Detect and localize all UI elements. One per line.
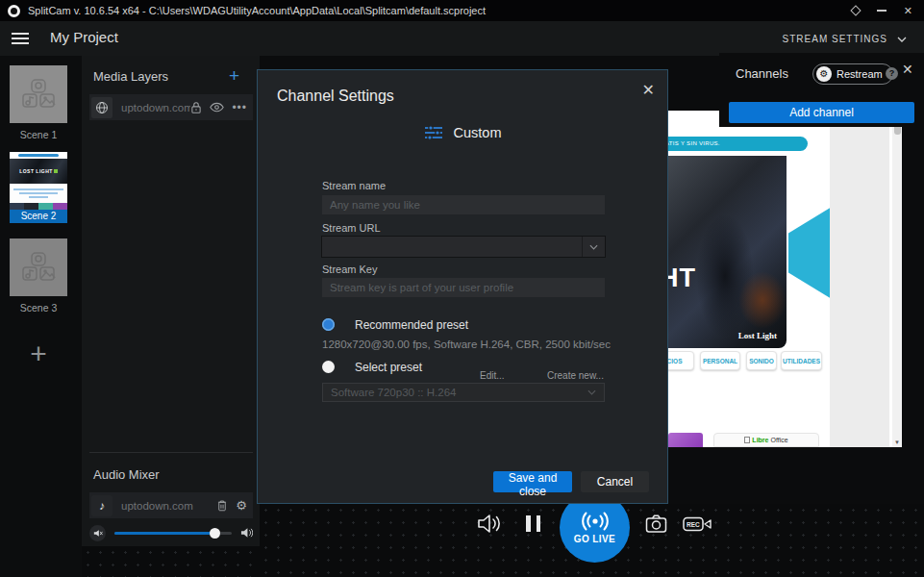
add-scene-button[interactable]: + bbox=[12, 327, 65, 381]
channel-settings-modal: Channel Settings ✕ Custom Stream name St… bbox=[257, 69, 668, 504]
volume-slider[interactable] bbox=[114, 532, 232, 535]
category-pill-sonido[interactable]: SONIDO bbox=[746, 351, 777, 370]
scene-2-thumbnail[interactable]: LOST LIGHT bbox=[10, 152, 67, 210]
eye-icon[interactable] bbox=[210, 102, 224, 113]
globe-icon bbox=[91, 97, 112, 118]
panel-bottom-background bbox=[82, 546, 260, 577]
speaker-volume-button[interactable] bbox=[477, 513, 502, 535]
project-title: My Project bbox=[50, 29, 118, 45]
media-layer-name: uptodown.com bbox=[121, 102, 190, 113]
broadcast-icon bbox=[578, 512, 612, 531]
preview-purple-card bbox=[668, 433, 703, 447]
app-header: My Project STREAM SETTINGS bbox=[0, 21, 924, 56]
create-preset-link[interactable]: Create new... bbox=[547, 370, 604, 381]
panel-divider bbox=[89, 452, 253, 453]
audio-source-icon: ♪ bbox=[91, 495, 112, 516]
layer-more-options-icon[interactable]: ••• bbox=[232, 104, 247, 112]
splitcam-logo-icon bbox=[8, 5, 20, 17]
chevron-down-icon bbox=[897, 37, 907, 42]
stream-key-input[interactable] bbox=[322, 278, 605, 297]
speaker-icon bbox=[240, 527, 253, 539]
recommended-preset-radio[interactable] bbox=[322, 318, 335, 331]
audio-mixer-title: Audio Mixer bbox=[93, 467, 160, 482]
category-pill-personal[interactable]: PERSONAL bbox=[700, 351, 740, 370]
stream-url-select[interactable] bbox=[322, 237, 605, 257]
scene-3-thumbnail[interactable] bbox=[10, 238, 67, 296]
pin-icon[interactable] bbox=[850, 5, 861, 15]
game-caption: Lost Light bbox=[738, 331, 777, 340]
stream-url-label: Stream URL bbox=[322, 222, 381, 234]
lock-icon[interactable] bbox=[190, 101, 202, 114]
minimize-icon[interactable] bbox=[877, 10, 887, 12]
channels-panel: Channels ⚙ Restream ? ✕ Add channel bbox=[719, 53, 924, 127]
channels-title: Channels bbox=[736, 66, 788, 81]
media-panel: Media Layers + uptodown.com ••• Audio Mi… bbox=[82, 56, 260, 546]
preview-banner: ATIS Y SIN VIRUS. bbox=[663, 137, 808, 151]
stream-name-label: Stream name bbox=[322, 180, 386, 191]
media-layer-row[interactable]: uptodown.com ••• bbox=[89, 94, 253, 120]
stream-key-label: Stream Key bbox=[322, 263, 377, 275]
preview-side-column bbox=[830, 111, 889, 447]
close-window-icon[interactable]: ✕ bbox=[904, 6, 912, 15]
snapshot-camera-button[interactable] bbox=[645, 514, 667, 534]
audio-source-name: uptodown.com bbox=[121, 500, 216, 512]
restream-label: Restream bbox=[837, 68, 883, 80]
trash-icon[interactable] bbox=[216, 499, 228, 512]
preset-select-value: Software 720p30 :: H.264 bbox=[331, 387, 456, 398]
media-placeholder-icon bbox=[21, 79, 56, 110]
media-layers-title: Media Layers bbox=[93, 69, 168, 84]
game-image-fire bbox=[738, 271, 787, 329]
media-placeholder-icon bbox=[21, 252, 56, 283]
scene-2-thumb-cards bbox=[10, 203, 67, 210]
volume-thumb[interactable] bbox=[210, 528, 220, 539]
cancel-button[interactable]: Cancel bbox=[581, 471, 649, 492]
channels-close-icon[interactable]: ✕ bbox=[902, 62, 913, 77]
select-preset-label[interactable]: Select preset bbox=[355, 361, 422, 374]
scene-2-thumb-title: LOST LIGHT bbox=[19, 168, 53, 174]
mute-icon[interactable] bbox=[89, 525, 106, 541]
modal-title: Channel Settings bbox=[277, 88, 394, 105]
select-preset-radio[interactable] bbox=[322, 361, 335, 373]
scene-2-label[interactable]: Scene 2 bbox=[10, 210, 67, 223]
scene-2-thumb-green-logo bbox=[54, 169, 58, 173]
preview-game-image: HT Lost Light bbox=[663, 156, 787, 348]
scrollbar-down-arrow[interactable]: ▼ bbox=[894, 439, 900, 445]
add-channel-button[interactable]: Add channel bbox=[729, 102, 914, 123]
restream-gear-icon: ⚙ bbox=[816, 66, 832, 82]
modal-close-icon[interactable]: ✕ bbox=[642, 81, 655, 99]
channel-type-label: Custom bbox=[454, 125, 502, 140]
channel-type-row: Custom bbox=[258, 125, 667, 140]
libreoffice-doc-icon bbox=[744, 437, 750, 443]
stream-settings-label: STREAM SETTINGS bbox=[783, 34, 887, 44]
pause-button[interactable] bbox=[526, 515, 546, 536]
stream-name-input[interactable] bbox=[322, 195, 605, 214]
scene-2-thumb-header bbox=[10, 152, 67, 159]
game-title-fragment: HT bbox=[663, 263, 696, 293]
scene-2-thumb-game-banner: LOST LIGHT bbox=[10, 159, 67, 184]
scene-2-thumb-nav bbox=[10, 184, 67, 203]
save-and-close-button[interactable]: Save and close bbox=[493, 471, 572, 492]
svg-text:REC: REC bbox=[687, 521, 700, 528]
scene-3-label: Scene 3 bbox=[10, 302, 67, 314]
audio-settings-gear-icon[interactable]: ⚙ bbox=[236, 499, 247, 512]
libreoffice-brand-office: Office bbox=[770, 437, 787, 443]
audio-mixer-row[interactable]: ♪ uptodown.com ⚙ bbox=[89, 492, 253, 518]
record-button[interactable]: REC bbox=[683, 515, 712, 533]
recommended-preset-label[interactable]: Recommended preset bbox=[355, 318, 468, 332]
category-pill-utilidades[interactable]: UTILIDADES bbox=[781, 351, 822, 370]
preset-select[interactable]: Software 720p30 :: H.264 bbox=[322, 383, 605, 402]
add-media-layer-button[interactable]: + bbox=[229, 67, 239, 85]
preview-scrollbar[interactable]: ▼ bbox=[892, 111, 902, 447]
chevron-down-icon bbox=[582, 237, 605, 257]
window-title: SplitCam v. 10.6.54 x64 - C:\Users\WDAGU… bbox=[28, 5, 486, 16]
libreoffice-brand-libre: Libre bbox=[752, 437, 768, 443]
stream-settings-button[interactable]: STREAM SETTINGS bbox=[783, 34, 907, 44]
libreoffice-card[interactable]: LibreOffice bbox=[713, 433, 819, 447]
restream-button[interactable]: ⚙ Restream bbox=[812, 63, 893, 85]
scene-1-thumbnail[interactable] bbox=[10, 65, 67, 123]
recommended-preset-detail: 1280x720@30.00 fps, Software H.264, CBR,… bbox=[322, 339, 611, 350]
titlebar: SplitCam v. 10.6.54 x64 - C:\Users\WDAGU… bbox=[0, 0, 924, 21]
hamburger-menu-icon[interactable] bbox=[12, 33, 29, 47]
edit-preset-link[interactable]: Edit... bbox=[480, 370, 505, 381]
help-icon[interactable]: ? bbox=[886, 67, 898, 80]
